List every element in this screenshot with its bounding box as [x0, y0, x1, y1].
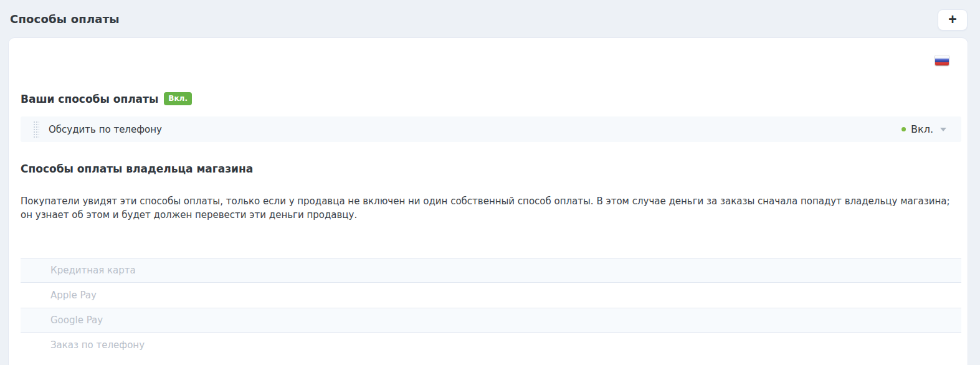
page-header: Способы оплаты +	[0, 0, 980, 37]
language-flag-row	[21, 55, 961, 65]
status-dropdown-value: Вкл.	[911, 123, 933, 135]
chevron-down-icon	[940, 128, 946, 131]
owner-methods-description: Покупатели увидят эти способы оплаты, то…	[21, 194, 961, 222]
list-item-label: Заказ по телефону	[50, 339, 145, 351]
status-dropdown[interactable]: Вкл.	[902, 123, 946, 135]
plus-icon: +	[948, 12, 956, 27]
list-item-label: Apple Pay	[50, 290, 97, 301]
flag-stripe-red	[935, 62, 949, 65]
status-dot-icon	[902, 127, 906, 131]
drag-handle-icon[interactable]	[32, 120, 39, 138]
owner-methods-heading: Способы оплаты владельца магазина	[21, 163, 961, 175]
list-item-apple-pay[interactable]: Apple Pay	[21, 283, 961, 308]
payment-methods-card: Ваши способы оплаты Вкл. Обсудить по тел…	[8, 37, 968, 365]
payment-method-label: Обсудить по телефону	[49, 124, 162, 135]
list-item-label: Google Pay	[50, 315, 103, 326]
owner-methods-list: Кредитная карта Apple Pay Google Pay Зак…	[21, 258, 961, 358]
enabled-status-badge: Вкл.	[164, 92, 192, 105]
page-title: Способы оплаты	[10, 12, 120, 26]
add-payment-method-button[interactable]: +	[938, 9, 968, 31]
list-item-credit-card[interactable]: Кредитная карта	[21, 258, 961, 283]
your-methods-heading-text: Ваши способы оплаты	[21, 93, 158, 105]
list-item-phone-order[interactable]: Заказ по телефону	[21, 333, 961, 358]
your-methods-heading: Ваши способы оплаты Вкл.	[21, 92, 961, 105]
list-item-label: Кредитная карта	[50, 265, 136, 276]
payment-method-row-phone-discuss[interactable]: Обсудить по телефону Вкл.	[21, 116, 961, 142]
flag-gloss	[935, 55, 949, 60]
russia-flag-icon[interactable]	[935, 55, 949, 65]
list-item-google-pay[interactable]: Google Pay	[21, 308, 961, 333]
